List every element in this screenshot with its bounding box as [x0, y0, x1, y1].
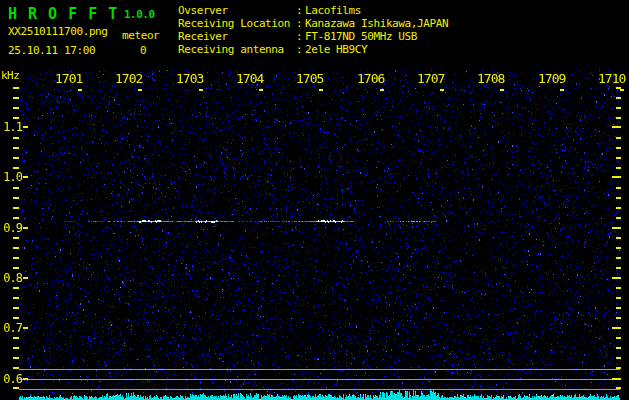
tick-mark: [616, 107, 621, 109]
tick-mark: [13, 267, 19, 269]
x-axis-label: 1701: [55, 71, 91, 86]
tick-mark: [616, 147, 621, 149]
y-axis-unit-label: kHz: [1, 69, 19, 82]
tick-mark: [13, 137, 19, 139]
tick-mark: [560, 89, 564, 91]
x-axis-label: 1703: [176, 71, 212, 86]
file-name: XX2510111700.png: [8, 25, 108, 38]
info-row: Receiving antenna:2ele HB9CY: [178, 44, 448, 57]
tick-mark: [13, 337, 19, 339]
tick-mark: [616, 97, 621, 99]
tick-mark: [13, 187, 19, 189]
y-axis-label: 1.1: [0, 121, 22, 133]
tick-mark: [13, 147, 19, 149]
tick-mark: [13, 217, 19, 219]
tick-mark: [13, 237, 19, 239]
mode-label: meteor: [122, 29, 159, 42]
tick-mark: [500, 89, 504, 91]
x-axis-label: 1706: [357, 71, 393, 86]
tick-mark: [13, 87, 19, 89]
tick-mark: [13, 287, 19, 289]
tick-mark: [612, 277, 621, 279]
tick-mark: [616, 117, 621, 119]
tick-mark: [13, 257, 19, 259]
x-axis-label: 1709: [538, 71, 574, 86]
tick-mark: [13, 207, 19, 209]
tick-mark: [13, 107, 19, 109]
tick-mark: [23, 378, 28, 380]
tick-mark: [616, 207, 621, 209]
tick-mark: [13, 387, 19, 389]
tick-mark: [616, 387, 621, 389]
tick-mark: [13, 167, 19, 169]
info-colon: :: [296, 44, 305, 57]
y-axis-label: 0.8: [0, 272, 22, 284]
tick-mark: [616, 157, 621, 159]
x-axis-label: 1702: [115, 71, 151, 86]
x-axis-label: 1705: [296, 71, 332, 86]
tick-mark: [612, 176, 621, 178]
x-axis-label: 1704: [236, 71, 272, 86]
app-title: H R O F F T: [8, 5, 118, 23]
x-axis-label: 1708: [477, 71, 513, 86]
tick-mark: [616, 307, 621, 309]
tick-mark: [612, 327, 621, 329]
y-axis-label: 1.0: [0, 171, 22, 183]
hrofft-window: H R O F F T 1.0.0 XX2510111700.png meteo…: [0, 0, 629, 400]
tick-mark: [199, 89, 203, 91]
tick-mark: [616, 297, 621, 299]
tick-mark: [616, 247, 621, 249]
tick-mark: [23, 327, 28, 329]
spectrogram: [19, 70, 620, 400]
tick-mark: [616, 317, 621, 319]
tick-mark: [616, 167, 621, 169]
tick-mark: [13, 307, 19, 309]
tick-mark: [620, 89, 624, 91]
tick-mark: [23, 277, 28, 279]
tick-mark: [13, 157, 19, 159]
tick-mark: [616, 237, 621, 239]
file-datetime: 25.10.11 17:00: [8, 44, 95, 57]
tick-mark: [13, 197, 19, 199]
tick-mark: [138, 89, 142, 91]
y-axis-label: 0.6: [0, 373, 22, 385]
tick-mark: [23, 126, 28, 128]
tick-mark: [612, 227, 621, 229]
tick-mark: [380, 89, 384, 91]
tick-mark: [13, 357, 19, 359]
tick-mark: [616, 367, 621, 369]
tick-mark: [612, 378, 621, 380]
event-count: 0: [140, 44, 147, 57]
y-axis-label: 0.7: [0, 322, 22, 334]
info-label: Receiving antenna: [178, 44, 296, 57]
tick-mark: [23, 176, 28, 178]
tick-mark: [13, 297, 19, 299]
tick-mark: [13, 97, 19, 99]
tick-mark: [616, 287, 621, 289]
tick-mark: [612, 126, 621, 128]
tick-mark: [259, 89, 263, 91]
tick-mark: [13, 317, 19, 319]
tick-mark: [13, 117, 19, 119]
tick-mark: [616, 137, 621, 139]
tick-mark: [319, 89, 323, 91]
tick-mark: [616, 267, 621, 269]
tick-mark: [616, 357, 621, 359]
app-version: 1.0.0: [124, 8, 155, 21]
tick-mark: [616, 347, 621, 349]
x-axis-label: 1710: [598, 71, 629, 86]
tick-mark: [616, 257, 621, 259]
tick-mark: [13, 247, 19, 249]
station-info: Ovserver:LacofilmsReceiving Location:Kan…: [178, 5, 448, 57]
tick-mark: [616, 217, 621, 219]
tick-mark: [616, 337, 621, 339]
tick-mark: [13, 367, 19, 369]
tick-mark: [13, 347, 19, 349]
tick-mark: [440, 89, 444, 91]
tick-mark: [23, 227, 28, 229]
tick-mark: [616, 197, 621, 199]
y-axis-label: 0.9: [0, 222, 22, 234]
info-value: 2ele HB9CY: [305, 44, 367, 57]
tick-mark: [78, 89, 82, 91]
x-axis-label: 1707: [417, 71, 453, 86]
